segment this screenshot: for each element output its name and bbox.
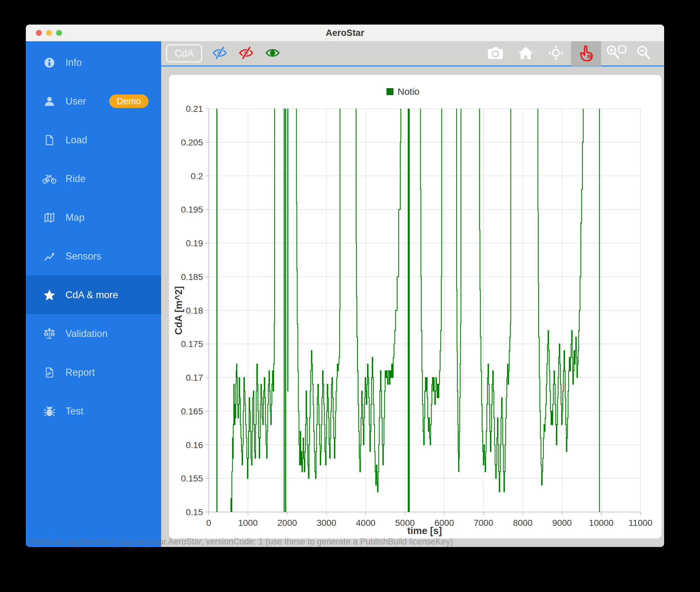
app-window: AeroStar Info User Demo Lo: [26, 24, 664, 547]
sidebar-item-label: Sensors: [65, 251, 101, 262]
chart-plot-area[interactable]: 0.150.1550.160.1650.170.1750.180.1850.19…: [169, 75, 662, 538]
y-axis-title: CdA [m^2]: [173, 286, 184, 335]
content-area: Notio 0.150.1550.160.1650.170.1750.180.1…: [161, 66, 664, 547]
series-notio: [217, 75, 599, 538]
cda-button[interactable]: CdA: [166, 44, 202, 62]
hand-tool-button[interactable]: [571, 41, 601, 66]
ytick-label: 0.17: [186, 373, 203, 383]
eye-green-icon: [265, 47, 280, 60]
eye-slash-red-toggle[interactable]: [237, 41, 255, 66]
bicycle-icon: [42, 174, 57, 184]
sidebar-item-label: Load: [65, 135, 87, 146]
ytick-label: 0.175: [181, 339, 203, 349]
sidebar-item-load[interactable]: Load: [26, 120, 161, 159]
star-icon: [42, 289, 57, 301]
chart-panel[interactable]: Notio 0.150.1550.160.1650.170.1750.180.1…: [169, 75, 662, 538]
camera-icon: [487, 46, 504, 61]
move-icon: [548, 45, 564, 62]
hand-cursor-icon: [578, 44, 594, 63]
chart-line-icon: [42, 250, 57, 262]
ytick-label: 0.19: [186, 238, 203, 248]
scale-icon: [42, 328, 57, 340]
sidebar-item-label: CdA & more: [65, 289, 118, 301]
eye-green-toggle[interactable]: [264, 41, 281, 66]
traffic-lights: [36, 24, 62, 41]
screenshot-button[interactable]: [480, 41, 510, 66]
sidebar-item-ride[interactable]: Ride: [26, 159, 161, 198]
sidebar-item-info[interactable]: Info: [26, 43, 161, 82]
sidebar-item-cda-and-more[interactable]: CdA & more: [26, 276, 161, 314]
sidebar-item-label: User: [65, 96, 86, 107]
desktop: { "window": { "title": "AeroStar" }, "si…: [0, 0, 700, 592]
window-title: AeroStar: [326, 28, 365, 38]
sidebar-item-map[interactable]: Map: [26, 198, 161, 237]
ytick-label: 0.205: [181, 138, 203, 147]
sidebar-item-label: Validation: [65, 328, 108, 339]
pan-move-button[interactable]: [541, 41, 571, 66]
eye-slash-red-icon: [238, 47, 254, 60]
ytick-label: 0.16: [186, 440, 203, 450]
zoom-out-button[interactable]: [631, 41, 657, 66]
sidebar-item-label: Map: [65, 212, 84, 223]
sidebar: Info User Demo Load Ride: [26, 41, 161, 547]
sidebar-item-label: Report: [65, 367, 95, 378]
title-bar[interactable]: AeroStar: [26, 24, 664, 41]
sidebar-item-label: Ride: [65, 173, 86, 185]
zoom-out-icon: [636, 44, 652, 63]
x-axis-title: time [s]: [209, 525, 641, 537]
file-icon: [42, 134, 57, 146]
zoom-to-rect-button[interactable]: [601, 41, 631, 66]
ytick-label: 0.195: [181, 205, 203, 214]
home-icon: [518, 46, 534, 61]
sidebar-item-report[interactable]: Report: [26, 353, 161, 392]
ytick-label: 0.21: [186, 104, 203, 114]
eye-slash-blue-toggle[interactable]: [211, 41, 228, 66]
home-view-button[interactable]: [510, 41, 541, 66]
pdf-file-icon: [42, 366, 57, 379]
user-icon: [42, 95, 57, 107]
dev-build-footer: DevBuild, appIdentifier: app.aerostar.Ae…: [28, 537, 453, 547]
info-icon: [42, 57, 57, 69]
sidebar-item-sensors[interactable]: Sensors: [26, 237, 161, 276]
ytick-label: 0.15: [186, 507, 203, 517]
sidebar-item-test[interactable]: Test: [26, 392, 161, 431]
sidebar-item-label: Test: [65, 406, 84, 417]
ytick-label: 0.185: [181, 272, 203, 282]
eye-slash-blue-icon: [212, 47, 227, 60]
minimize-button[interactable]: [46, 30, 52, 36]
zoom-in-box-icon: [606, 44, 626, 63]
maximize-button[interactable]: [56, 30, 62, 36]
ytick-label: 0.165: [181, 406, 203, 416]
toolbar: CdA: [161, 41, 664, 66]
sidebar-item-validation[interactable]: Validation: [26, 314, 161, 353]
close-button[interactable]: [36, 30, 42, 36]
bug-icon: [42, 405, 57, 417]
map-icon: [42, 212, 57, 224]
sidebar-item-label: Info: [65, 57, 82, 68]
sidebar-item-user[interactable]: User Demo: [26, 82, 161, 120]
ytick-label: 0.2: [191, 171, 203, 181]
demo-badge: Demo: [109, 94, 149, 108]
ytick-label: 0.18: [186, 306, 203, 315]
ytick-label: 0.155: [181, 474, 203, 483]
